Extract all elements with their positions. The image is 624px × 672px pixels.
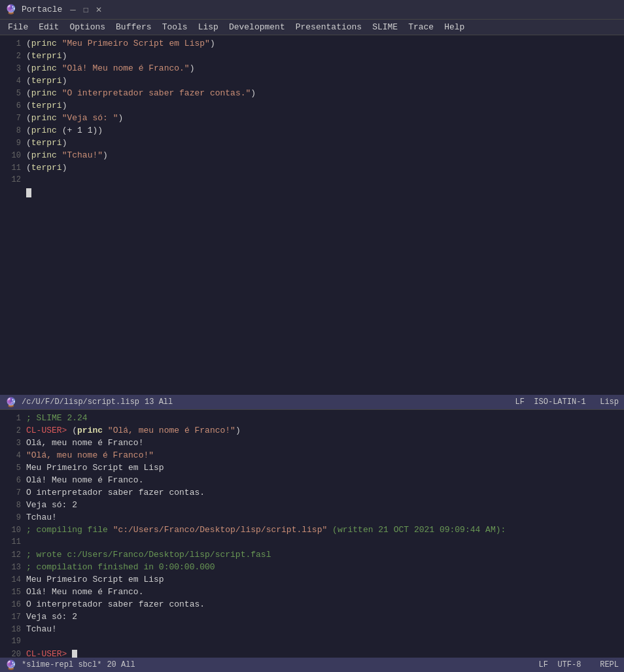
repl-line: 3Olá, meu nome é Franco! — [0, 437, 624, 450]
repl-line-number: 1 — [3, 413, 21, 424]
code-line: 5(princ "O interpretador saber fazer con… — [0, 88, 624, 100]
repl-buffer: *slime-repl sbcl* — [22, 660, 101, 669]
repl-line-content: Tchau! — [26, 624, 57, 636]
repl-line-number: 14 — [3, 575, 21, 586]
repl-line: 15Olá! Meu nome é Franco. — [0, 586, 624, 599]
repl-line: 14Meu Primeiro Script em Lisp — [0, 574, 624, 586]
repl-line-number: 7 — [3, 488, 21, 499]
repl-line: 1; SLIME 2.24 — [0, 412, 624, 425]
line-content: (princ "O interpretador saber fazer cont… — [26, 88, 256, 100]
code-line: 1(princ "Meu Primeiro Script em Lisp") — [0, 38, 624, 50]
code-line: 11(terpri) — [0, 162, 624, 175]
line-content: (princ "Veja só: ") — [26, 112, 123, 125]
repl-line-number: 3 — [3, 438, 21, 449]
repl-line: 13; compilation finished in 0:00:00.000 — [0, 562, 624, 574]
repl-line: 16O interpretador saber fazer contas. — [0, 599, 624, 611]
repl-line-number: 6 — [3, 475, 21, 486]
repl-line-content: "Olá, meu nome é Franco!" — [26, 450, 154, 462]
line-number: 5 — [3, 88, 21, 99]
status-left: 🔮 /c/U/F/D/lisp/script.lisp 13 All — [5, 397, 173, 408]
repl-status-bar: 🔮 *slime-repl sbcl* 20 All LF UTF-8 REPL — [0, 658, 624, 672]
line-number: 4 — [3, 76, 21, 87]
editor-position: 13 All — [145, 397, 173, 407]
repl-line-number: 5 — [3, 463, 21, 474]
repl-line-number: 9 — [3, 512, 21, 524]
repl-line-content: ; SLIME 2.24 — [26, 412, 88, 425]
repl-line-number: 16 — [3, 599, 21, 611]
line-content — [26, 187, 31, 199]
repl-line: 18Tchau! — [0, 624, 624, 636]
menu-item-file[interactable]: File — [3, 21, 33, 33]
repl-pane[interactable]: 1; SLIME 2.242CL-USER> (princ "Olá, meu … — [0, 409, 624, 658]
code-line: 6(terpri) — [0, 100, 624, 112]
repl-status-right: LF UTF-8 REPL — [539, 660, 619, 669]
repl-line-content: Olá! Meu nome é Franco. — [26, 475, 143, 487]
line-number: 9 — [3, 138, 21, 149]
repl-line-content: Olá! Meu nome é Franco. — [26, 586, 143, 599]
repl-line-content: O interpretador saber fazer contas. — [26, 487, 205, 499]
editor-encoding: LF ISO-LATIN-1 Lisp — [515, 397, 619, 407]
repl-line-number: 2 — [3, 426, 21, 437]
repl-line-number: 11 — [3, 537, 21, 548]
editor-area: 1(princ "Meu Primeiro Script em Lisp")2(… — [0, 35, 624, 672]
menu-item-lisp[interactable]: Lisp — [193, 21, 224, 33]
menu-item-slime[interactable]: SLIME — [367, 21, 403, 33]
menubar: FileEditOptionsBuffersToolsLispDevelopme… — [0, 20, 624, 35]
menu-item-buffers[interactable]: Buffers — [111, 21, 157, 33]
repl-line: 6Olá! Meu nome é Franco. — [0, 475, 624, 487]
repl-line-content: ; compilation finished in 0:00:00.000 — [26, 562, 215, 574]
repl-input: (princ "Olá, meu nome é Franco!") — [72, 426, 241, 435]
line-number: 1 — [3, 39, 21, 50]
menu-item-help[interactable]: Help — [439, 21, 470, 33]
line-number: 10 — [3, 150, 21, 161]
menu-item-development[interactable]: Development — [224, 21, 290, 33]
line-number: 6 — [3, 101, 21, 112]
minimize-button[interactable]: ─ — [67, 5, 78, 15]
repl-status-icon: 🔮 — [5, 660, 16, 671]
code-line — [0, 187, 624, 199]
menu-item-options[interactable]: Options — [64, 21, 111, 33]
code-line: 12 — [0, 175, 624, 187]
repl-line-number: 18 — [3, 624, 21, 635]
repl-line: 19 — [0, 636, 624, 648]
repl-position: 20 All — [107, 660, 135, 669]
repl-status-left: 🔮 *slime-repl sbcl* 20 All — [5, 660, 135, 671]
line-number: 7 — [3, 113, 21, 124]
repl-line-number: 20 — [3, 649, 21, 658]
menu-item-edit[interactable]: Edit — [33, 21, 64, 33]
repl-line-number: 15 — [3, 587, 21, 598]
line-number: 2 — [3, 51, 21, 62]
repl-line-content: O interpretador saber fazer contas. — [26, 599, 205, 611]
repl-line-content: ; compiling file "c:/Users/Franco/Deskto… — [26, 524, 506, 537]
cursor — [26, 188, 31, 197]
repl-line-number: 19 — [3, 636, 21, 647]
line-content: (terpri) — [26, 137, 67, 150]
line-number: 11 — [3, 163, 21, 174]
code-line: 3(princ "Olá! Meu nome é Franco.") — [0, 63, 624, 75]
line-content: (terpri) — [26, 50, 67, 63]
repl-line-number: 12 — [3, 550, 21, 561]
code-line: 10(princ "Tchau!") — [0, 150, 624, 162]
repl-line-content: Tchau! — [26, 512, 57, 524]
repl-line: 2CL-USER> (princ "Olá, meu nome é Franco… — [0, 425, 624, 437]
close-button[interactable]: ✕ — [94, 5, 104, 15]
menu-item-trace[interactable]: Trace — [403, 21, 439, 33]
line-content: (princ "Tchau!") — [26, 150, 108, 162]
repl-line: 10; compiling file "c:/Users/Franco/Desk… — [0, 524, 624, 537]
maximize-button[interactable]: □ — [80, 5, 91, 15]
line-content: (terpri) — [26, 100, 67, 112]
repl-line-content: CL-USER> — [26, 648, 77, 658]
line-content: (princ "Meu Primeiro Script em Lisp") — [26, 38, 215, 50]
editor-status-bar: 🔮 /c/U/F/D/lisp/script.lisp 13 All LF IS… — [0, 395, 624, 409]
repl-line-content: Veja só: 2 — [26, 611, 77, 624]
code-pane: 1(princ "Meu Primeiro Script em Lisp")2(… — [0, 35, 624, 395]
repl-prompt: CL-USER> — [26, 426, 72, 435]
titlebar: 🔮 Portacle ─ □ ✕ — [0, 0, 624, 20]
repl-line: 4"Olá, meu nome é Franco!" — [0, 450, 624, 462]
menu-item-tools[interactable]: Tools — [157, 21, 193, 33]
repl-line-number: 17 — [3, 612, 21, 623]
repl-line-number: 8 — [3, 500, 21, 511]
repl-line: 7O interpretador saber fazer contas. — [0, 487, 624, 499]
menu-item-presentations[interactable]: Presentations — [290, 21, 367, 33]
repl-line: 9Tchau! — [0, 512, 624, 524]
